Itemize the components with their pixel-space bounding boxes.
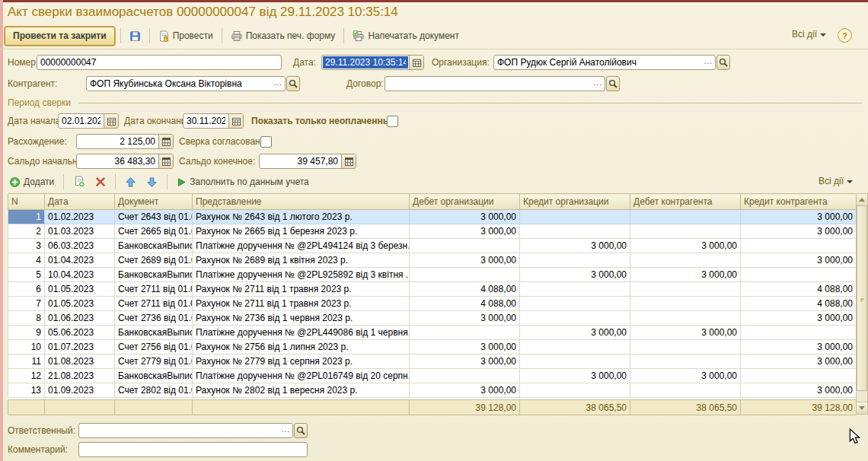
cell-credit-contr[interactable]: 3 000,00 (741, 354, 857, 369)
organization-field[interactable]: ... (493, 55, 716, 70)
cell-credit-contr[interactable]: 4 088,00 (741, 282, 857, 297)
responsible-search-button[interactable] (294, 423, 308, 438)
table-row[interactable]: 2 01.03.2023 Счет 2665 від 01.03.... Рах… (8, 224, 857, 239)
cell-n[interactable]: 4 (8, 253, 45, 268)
cell-debit-org[interactable] (410, 326, 520, 340)
show-unpaid-checkbox[interactable] (387, 116, 398, 127)
cell-credit-contr[interactable] (741, 239, 857, 253)
ellipsis-icon[interactable]: ... (274, 78, 285, 89)
cell-n[interactable]: 9 (8, 326, 45, 340)
cell-credit-org[interactable]: 3 000,00 (520, 369, 630, 383)
cell-n[interactable]: 1 (8, 210, 45, 224)
col-header-debit-contr[interactable]: Дебет контрагента (630, 194, 741, 210)
date-end-calendar-button[interactable] (228, 114, 243, 128)
date-end-field[interactable] (183, 113, 244, 129)
move-down-button[interactable] (143, 173, 161, 190)
responsible-field[interactable]: ... (78, 423, 293, 438)
cell-debit-org[interactable]: 3 000,00 (410, 253, 520, 268)
cell-repr[interactable]: Платіжне доручення № @2PL016749 від 20 с… (193, 369, 410, 383)
cell-debit-org[interactable]: 3 000,00 (410, 210, 520, 224)
cell-doc[interactable]: БанковскаяВыписк... (115, 326, 193, 340)
col-header-n[interactable]: N (8, 194, 45, 210)
cell-n[interactable]: 7 (8, 297, 45, 311)
cell-n[interactable]: 13 (8, 383, 45, 398)
cell-date[interactable]: 05.06.2023 (45, 326, 115, 340)
cell-doc[interactable]: БанковскаяВыписк... (115, 268, 193, 282)
delete-row-button[interactable] (92, 173, 109, 190)
cell-debit-org[interactable]: 3 000,00 (410, 311, 520, 326)
cell-doc[interactable]: Счет 2736 від 01.06.... (115, 311, 193, 326)
show-print-form-button[interactable]: Показать печ. форму (228, 27, 339, 44)
cell-doc[interactable]: Счет 2643 від 01.02.... (115, 210, 193, 224)
responsible-input[interactable] (79, 424, 282, 437)
cell-n[interactable]: 6 (8, 282, 45, 297)
cell-debit-contr[interactable]: 3 000,00 (630, 268, 741, 282)
cell-credit-org[interactable]: 3 000,00 (520, 239, 630, 253)
all-actions-button-top[interactable]: Всі дії (792, 29, 826, 40)
discrepancy-calc-button[interactable] (158, 135, 173, 148)
save-button[interactable] (126, 27, 144, 44)
cell-credit-org[interactable]: 3 000,00 (520, 268, 630, 282)
move-up-button[interactable] (122, 173, 139, 190)
cell-credit-org[interactable] (520, 210, 630, 224)
table-row[interactable]: 10 01.07.2023 Счет 2756 від 01.07.... Ра… (8, 340, 857, 354)
col-header-credit-contr[interactable]: Кредит контрагента (741, 194, 857, 210)
date-field[interactable] (321, 55, 424, 70)
discrepancy-input[interactable] (77, 135, 158, 148)
cell-debit-contr[interactable] (630, 282, 741, 297)
cell-debit-contr[interactable] (630, 383, 741, 398)
table-row[interactable]: 6 01.05.2023 Счет 2711 від 01.05.... Рах… (8, 282, 857, 297)
cell-debit-contr[interactable]: 3 000,00 (630, 369, 741, 383)
table-row[interactable]: 13 01.09.2023 Счет 2802 від 01.09.... Ра… (8, 383, 857, 398)
cell-date[interactable]: 01.07.2023 (45, 340, 115, 354)
cell-credit-org[interactable]: 3 000,00 (520, 326, 630, 340)
cell-credit-contr[interactable] (741, 326, 857, 340)
cell-doc[interactable]: Счет 2779 від 01.08.... (115, 354, 193, 369)
cell-date[interactable]: 01.09.2023 (45, 383, 115, 398)
comment-input[interactable] (79, 443, 307, 456)
contract-input[interactable] (385, 77, 594, 91)
table-row[interactable]: 11 01.08.2023 Счет 2779 від 01.08.... Ра… (8, 354, 857, 369)
balance-end-calc-button[interactable] (341, 154, 356, 168)
cell-credit-org[interactable] (520, 311, 630, 326)
cell-credit-contr[interactable] (741, 268, 857, 282)
balance-end-input[interactable] (260, 154, 341, 168)
cell-date[interactable]: 01.02.2023 (45, 210, 115, 224)
cell-doc[interactable]: Счет 2756 від 01.07.... (115, 340, 193, 354)
cell-credit-contr[interactable]: 3 000,00 (741, 311, 857, 326)
cell-date[interactable]: 10.04.2023 (45, 268, 115, 282)
cell-doc[interactable]: Счет 2665 від 01.03.... (115, 224, 193, 239)
cell-debit-contr[interactable] (630, 224, 741, 239)
cell-debit-contr[interactable] (630, 354, 741, 369)
date-calendar-button[interactable] (409, 56, 423, 69)
cell-debit-org[interactable]: 4 088,00 (410, 282, 520, 297)
ellipsis-icon[interactable]: ... (282, 425, 292, 436)
cell-credit-contr[interactable]: 3 000,00 (741, 224, 857, 239)
cell-repr[interactable]: Рахунок № 2802 від 1 вересня 2023 р. (193, 383, 410, 398)
cell-repr[interactable]: Платіжне доручення № @2PL449086 від 1 че… (193, 326, 410, 340)
cell-repr[interactable]: Рахунок № 2711 від 1 травня 2023 р. (193, 297, 410, 311)
cell-debit-contr[interactable] (630, 340, 741, 354)
date-input[interactable] (323, 56, 408, 68)
number-input[interactable] (37, 56, 281, 69)
cell-credit-contr[interactable]: 4 088,00 (741, 297, 857, 311)
cell-doc[interactable]: Счет 2711 від 01.05.... (115, 282, 193, 297)
cell-n[interactable]: 8 (8, 311, 45, 326)
cell-date[interactable]: 01.08.2023 (45, 354, 115, 369)
fill-by-accounting-button[interactable]: Заполнить по данным учета (174, 173, 311, 190)
cell-doc[interactable]: Счет 2802 від 01.09.... (115, 383, 193, 398)
balance-start-calc-button[interactable] (158, 154, 173, 168)
table-row[interactable]: 9 05.06.2023 БанковскаяВыписк... Платіжн… (8, 326, 857, 340)
scroll-down-button[interactable] (857, 402, 867, 414)
cell-repr[interactable]: Рахунок № 2665 від 1 березня 2023 р. (193, 224, 410, 239)
cell-debit-org[interactable]: 3 000,00 (410, 354, 520, 369)
cell-debit-org[interactable] (410, 239, 520, 253)
date-end-input[interactable] (183, 114, 228, 128)
cell-repr[interactable]: Рахунок № 2643 від 1 лютого 2023 р. (193, 210, 410, 224)
cell-debit-org[interactable]: 3 000,00 (410, 224, 520, 239)
cell-n[interactable]: 11 (8, 354, 45, 369)
cell-debit-contr[interactable]: 3 000,00 (630, 239, 741, 253)
cell-repr[interactable]: Платіжне доручення № @2PL494124 від 3 бе… (193, 239, 410, 253)
reconciled-checkbox[interactable] (260, 136, 272, 148)
cell-date[interactable]: 01.05.2023 (45, 297, 115, 311)
